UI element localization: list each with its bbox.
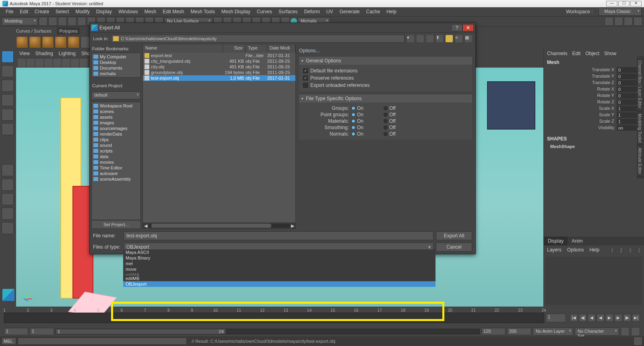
filetype-option[interactable]: mel: [123, 261, 436, 266]
shelf-tab-curves[interactable]: Curves / Surfaces: [16, 29, 51, 33]
shelf-cylinder-icon[interactable]: [42, 36, 54, 48]
prefs-icon[interactable]: [631, 327, 640, 336]
shape-node-name[interactable]: MeshShape: [544, 143, 644, 150]
menu-mesh[interactable]: Mesh: [141, 9, 159, 14]
nav-forward-icon[interactable]: [426, 35, 433, 42]
shelf-torus-icon[interactable]: [68, 36, 80, 48]
bookmark-item[interactable]: My Computer: [93, 54, 140, 60]
layer-list[interactable]: [545, 257, 642, 305]
new-folder-icon[interactable]: [446, 35, 453, 42]
layout-two-stack-icon[interactable]: [2, 208, 14, 220]
checkbox-row[interactable]: Export unloaded references: [303, 82, 468, 89]
sidetab-channelbox[interactable]: Channel Box / Layer Editor: [637, 58, 643, 111]
anim-layer-dropdown[interactable]: No Anim Layer: [533, 327, 573, 336]
goto-end-button[interactable]: ▶|: [632, 314, 640, 322]
file-row[interactable]: test-export.obj1,0 MBobj File2017-01-31: [143, 75, 295, 81]
shelf-sphere-icon[interactable]: [16, 36, 28, 48]
play-forward-button[interactable]: ▶: [605, 314, 613, 322]
menu-display[interactable]: Display: [93, 9, 115, 14]
checkbox-icon[interactable]: ✓: [303, 76, 308, 80]
file-row[interactable]: city_triangulated.obj491 KBobj File2011-…: [143, 58, 295, 64]
bookmark-item[interactable]: Desktop: [93, 60, 140, 65]
range-start-field[interactable]: 1: [4, 328, 28, 335]
maximize-button[interactable]: ☐: [618, 1, 630, 6]
step-back-button[interactable]: ◀: [588, 314, 596, 322]
panel-menu-lighting[interactable]: Lighting: [59, 51, 76, 56]
paint-select-tool-icon[interactable]: [2, 80, 14, 92]
menu-cache[interactable]: Cache: [363, 9, 383, 14]
checkbox-row[interactable]: ✓Default file extensions: [303, 67, 468, 74]
shelf-cone-icon[interactable]: [55, 36, 67, 48]
move-tool-icon[interactable]: [2, 94, 14, 106]
layout-four-icon[interactable]: [2, 179, 14, 191]
layer-icon4[interactable]: [638, 247, 641, 253]
cancel-button[interactable]: Cancel: [436, 243, 472, 251]
vp-bookmark-icon[interactable]: [27, 59, 35, 67]
filetype-option[interactable]: Maya Binary: [123, 255, 436, 261]
nav-up-icon[interactable]: ⬆: [436, 35, 443, 42]
channel-tab-object[interactable]: Object: [585, 51, 599, 56]
save-scene-icon[interactable]: [58, 17, 67, 26]
vp-select-cam-icon[interactable]: [18, 59, 26, 67]
checkbox-icon[interactable]: [303, 83, 308, 88]
file-list-header[interactable]: Name Size Type Date Modi: [143, 45, 295, 53]
general-options-header[interactable]: General Options: [299, 57, 472, 65]
view-thumbs-icon[interactable]: ▦: [465, 35, 472, 42]
file-row[interactable]: export-testFile...lder2017-01-31: [143, 53, 295, 58]
vp-lights-icon[interactable]: [80, 59, 88, 67]
set-project-button[interactable]: Set Project...: [91, 220, 141, 229]
project-folder-item[interactable]: Workspace Root: [93, 103, 140, 109]
menu-edit[interactable]: Edit: [17, 9, 31, 14]
menu-surfaces[interactable]: Surfaces: [275, 9, 301, 14]
sidetab-attributeeditor[interactable]: Attribute Editor: [637, 145, 643, 177]
project-folder-item[interactable]: sourceimages: [93, 126, 140, 131]
menu-select[interactable]: Select: [52, 9, 72, 14]
project-folder-item[interactable]: sound: [93, 142, 140, 148]
layout-outliner-icon[interactable]: [2, 222, 14, 234]
redo-icon[interactable]: [77, 17, 86, 26]
menu-meshtools[interactable]: Mesh Tools: [188, 9, 218, 14]
mode-dropdown[interactable]: Modeling: [2, 17, 38, 25]
vp-image-plane-icon[interactable]: [35, 59, 43, 67]
step-forward-button[interactable]: ▶: [614, 314, 622, 322]
channel-tab-channels[interactable]: Channels: [547, 51, 568, 56]
bookmark-item[interactable]: Documents: [93, 65, 140, 71]
layer-sub-help[interactable]: Help: [589, 247, 599, 253]
menu-modify[interactable]: Modify: [72, 9, 93, 14]
shelf-tab-polygons[interactable]: Polygons: [57, 27, 80, 35]
menu-generate[interactable]: Generate: [336, 9, 363, 14]
layer-tab-anim[interactable]: Anim: [568, 237, 586, 245]
layer-tab-display[interactable]: Display: [544, 237, 568, 245]
channel-tab-edit[interactable]: Edit: [572, 51, 581, 56]
panel-menu-view[interactable]: View: [19, 51, 30, 56]
radio-on[interactable]: On: [351, 131, 384, 137]
menu-windows[interactable]: Windows: [115, 9, 141, 14]
project-folder-item[interactable]: clips: [93, 137, 140, 142]
dialog-close-button[interactable]: ✕: [462, 24, 474, 31]
scale-tool-icon[interactable]: [2, 123, 14, 135]
filetype-option[interactable]: move: [123, 266, 436, 272]
script-editor-icon[interactable]: [634, 337, 642, 346]
channel-tab-show[interactable]: Show: [604, 51, 616, 56]
options-link[interactable]: Options...: [299, 46, 472, 55]
autokey-icon[interactable]: [621, 327, 630, 336]
new-scene-icon[interactable]: [39, 17, 47, 26]
layer-icon1[interactable]: [611, 247, 614, 253]
filename-input[interactable]: test-export.obj: [124, 231, 433, 240]
lookin-dropdown-icon[interactable]: ▾: [407, 35, 414, 42]
scroll-left-icon[interactable]: ◀: [143, 223, 149, 229]
modeling-toolkit-toggle-icon[interactable]: [605, 17, 613, 26]
checkbox-row[interactable]: ✓Preserve references: [303, 74, 468, 82]
vp-shaded-icon[interactable]: [71, 59, 79, 67]
vp-gate-icon[interactable]: [53, 59, 61, 67]
col-type[interactable]: Type: [246, 45, 267, 53]
minimize-button[interactable]: —: [606, 1, 617, 6]
filetype-dropdown-list[interactable]: Maya ASCIIMaya BinarymelmoveeditMAeditMB…: [123, 249, 436, 287]
layer-sub-options[interactable]: Options: [567, 247, 584, 253]
character-set-dropdown[interactable]: No Character Set: [575, 327, 619, 336]
select-tool-icon[interactable]: [2, 51, 14, 63]
attribute-editor-toggle-icon[interactable]: [624, 17, 633, 26]
shelf-cube-icon[interactable]: [29, 36, 41, 48]
close-window-button[interactable]: ✕: [630, 1, 642, 6]
menu-uv[interactable]: UV: [323, 9, 336, 14]
